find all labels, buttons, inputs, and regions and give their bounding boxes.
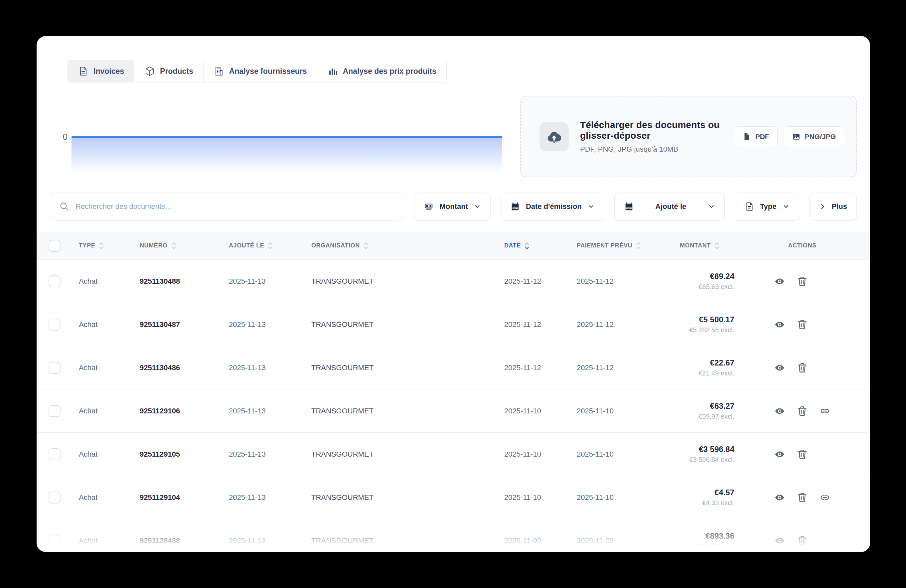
eye-icon bbox=[774, 319, 785, 330]
column-header-paiement-prevu[interactable]: PAIEMENT PRÉVU bbox=[577, 241, 680, 250]
column-label: PAIEMENT PRÉVU bbox=[577, 242, 632, 249]
row-checkbox[interactable] bbox=[49, 535, 61, 547]
row-checkbox[interactable] bbox=[49, 448, 61, 460]
eye-icon bbox=[774, 535, 785, 547]
select-all-checkbox[interactable] bbox=[49, 240, 61, 252]
cell-numero: 9251128438 bbox=[140, 537, 229, 545]
trash-icon bbox=[797, 492, 808, 503]
cube-icon bbox=[144, 66, 155, 76]
cell-type: Achat bbox=[79, 407, 140, 415]
cell-montant: €63.27 €59.97 excl. bbox=[699, 402, 734, 421]
view-action-button[interactable] bbox=[773, 534, 786, 547]
delete-action-button[interactable] bbox=[796, 361, 809, 374]
delete-action-button[interactable] bbox=[796, 448, 809, 461]
delete-action-button[interactable] bbox=[796, 405, 809, 418]
table-row[interactable]: Achat 9251130486 2025-11-13 TRANSGOURMET… bbox=[37, 346, 870, 389]
chart-y-tick-label: 0 bbox=[63, 132, 67, 142]
column-label: DATE bbox=[504, 242, 521, 249]
row-checkbox[interactable] bbox=[49, 492, 61, 504]
column-header-date[interactable]: DATE bbox=[504, 241, 577, 250]
amount-excl: €21.49 excl. bbox=[699, 370, 734, 377]
table-row[interactable]: Achat 9251128438 2025-11-13 TRANSGOURMET… bbox=[37, 519, 870, 552]
cell-ajoute-le: 2025-11-13 bbox=[229, 407, 311, 415]
bar-chart-icon bbox=[327, 66, 338, 76]
delete-action-button[interactable] bbox=[796, 318, 809, 331]
link-action-button[interactable] bbox=[818, 405, 831, 418]
link-icon bbox=[819, 405, 831, 417]
column-label: ACTIONS bbox=[788, 242, 816, 249]
tab-analyse-prix[interactable]: Analyse des prix produits bbox=[317, 60, 447, 83]
delete-action-button[interactable] bbox=[796, 491, 809, 504]
amount-excl: €59.97 excl. bbox=[699, 413, 734, 421]
upload-pdf-button[interactable]: PDF bbox=[734, 126, 778, 147]
tab-label: Analyse fournisseurs bbox=[229, 67, 307, 76]
amount-incl: €5 500.17 bbox=[699, 315, 734, 324]
search-box bbox=[50, 193, 404, 220]
column-header-ajoute-le[interactable]: AJOUTÉ LE bbox=[229, 241, 311, 250]
cell-date: 2025-11-12 bbox=[504, 363, 577, 372]
row-checkbox[interactable] bbox=[49, 276, 61, 287]
amount-incl: €69.24 bbox=[710, 272, 734, 281]
sort-icon bbox=[267, 241, 273, 250]
view-action-button[interactable] bbox=[773, 275, 786, 288]
table-row[interactable]: Achat 9251129104 2025-11-13 TRANSGOURMET… bbox=[37, 476, 870, 519]
link-action-button[interactable] bbox=[818, 491, 831, 504]
view-action-button[interactable] bbox=[773, 491, 786, 504]
column-header-numero[interactable]: NUMÉRO bbox=[140, 241, 229, 250]
tab-label: Analyse des prix produits bbox=[343, 67, 436, 76]
delete-action-button[interactable] bbox=[796, 275, 809, 288]
cell-date: 2025-11-10 bbox=[504, 407, 577, 415]
view-action-button[interactable] bbox=[773, 405, 786, 418]
link-icon bbox=[819, 492, 831, 503]
filter-label: Ajouté le bbox=[655, 202, 686, 211]
table-row[interactable]: Achat 9251130488 2025-11-13 TRANSGOURMET… bbox=[37, 260, 870, 303]
sort-icon bbox=[363, 241, 369, 250]
table-row[interactable]: Achat 9251130487 2025-11-13 TRANSGOURMET… bbox=[37, 303, 870, 346]
upload-image-button[interactable]: PNG/JPG bbox=[783, 126, 844, 147]
filter-date-emission[interactable]: Date d'émission bbox=[501, 193, 605, 220]
tab-products[interactable]: Products bbox=[134, 60, 204, 83]
delete-action-button[interactable] bbox=[796, 534, 809, 547]
amount-excl: €5 482.55 excl. bbox=[689, 326, 734, 334]
filter-type[interactable]: Type bbox=[735, 193, 799, 220]
calendar-icon bbox=[624, 202, 634, 212]
chevron-down-icon bbox=[708, 203, 715, 210]
filter-ajoute-le[interactable]: Ajouté le bbox=[614, 193, 725, 220]
upload-dropzone[interactable]: Télécharger des documents ou glisser-dép… bbox=[520, 96, 857, 177]
column-header-montant[interactable]: MONTANT bbox=[680, 241, 734, 250]
amount-incl: €4.57 bbox=[715, 488, 734, 497]
table-row[interactable]: Achat 9251129105 2025-11-13 TRANSGOURMET… bbox=[37, 433, 870, 476]
view-action-button[interactable] bbox=[773, 361, 786, 374]
cell-montant: €69.24 €65.63 excl. bbox=[699, 272, 734, 291]
cell-organisation: TRANSGOURMET bbox=[311, 363, 504, 372]
upload-texts: Télécharger des documents ou glisser-dép… bbox=[580, 120, 734, 154]
table-row[interactable]: Achat 9251129106 2025-11-13 TRANSGOURMET… bbox=[37, 389, 870, 433]
tab-invoices[interactable]: Invoices bbox=[67, 60, 134, 83]
row-actions bbox=[734, 534, 870, 547]
tab-label: Products bbox=[160, 67, 193, 76]
column-header-type[interactable]: TYPE bbox=[79, 241, 140, 250]
tab-analyse-fournisseurs[interactable]: Analyse fournisseurs bbox=[203, 60, 317, 83]
cell-organisation: TRANSGOURMET bbox=[311, 277, 504, 286]
column-header-organisation[interactable]: ORGANISATION bbox=[311, 241, 504, 250]
filter-plus[interactable]: Plus bbox=[809, 193, 857, 220]
row-checkbox[interactable] bbox=[49, 319, 61, 331]
table-header-row: TYPE NUMÉRO AJOUTÉ LE ORGANISATION DATE … bbox=[37, 232, 870, 260]
view-action-button[interactable] bbox=[773, 448, 786, 461]
cell-ajoute-le: 2025-11-13 bbox=[229, 277, 311, 286]
row-checkbox[interactable] bbox=[49, 362, 61, 374]
chevron-down-icon bbox=[587, 203, 595, 210]
main-card: Invoices Products Analyse fournisseurs A… bbox=[37, 36, 870, 552]
amount-incl: €63.27 bbox=[710, 402, 734, 411]
image-icon bbox=[792, 132, 801, 141]
row-checkbox[interactable] bbox=[49, 405, 61, 417]
cell-paiement-prevu: 2025-11-10 bbox=[577, 407, 680, 415]
view-action-button[interactable] bbox=[773, 318, 786, 331]
cell-type: Achat bbox=[79, 363, 140, 372]
cell-montant: €893.36 €846.79 excl. bbox=[695, 531, 734, 550]
filter-montant[interactable]: Montant bbox=[414, 193, 491, 220]
trash-icon bbox=[797, 449, 808, 460]
cell-ajoute-le: 2025-11-13 bbox=[229, 450, 311, 459]
search-input[interactable] bbox=[75, 202, 395, 211]
cell-montant: €4.57 €4.33 excl. bbox=[702, 488, 734, 507]
